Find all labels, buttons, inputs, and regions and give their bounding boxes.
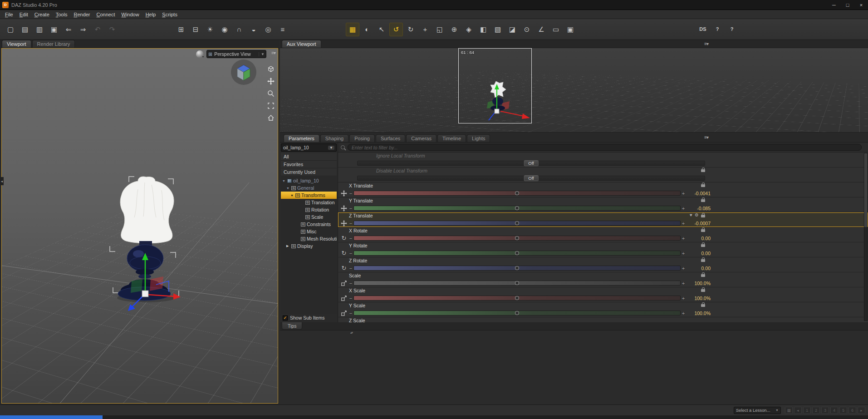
parameter-slider[interactable] [353, 311, 681, 315]
lock-icon[interactable] [701, 289, 705, 292]
export-button[interactable]: ⇒ [76, 23, 90, 36]
pane-menu-icon[interactable]: ≡▾ [704, 135, 708, 140]
aux-viewport-3d[interactable]: 61 : 64 [280, 48, 868, 133]
aim-at-tool[interactable]: ⊙ [520, 23, 534, 36]
decrement-button[interactable]: − [348, 221, 353, 226]
filter-list-item[interactable]: Favorites [281, 161, 337, 168]
tree-item[interactable]: Mesh Resolution [281, 235, 337, 242]
increment-button[interactable]: + [681, 236, 686, 241]
tab-parameters[interactable]: Parameters [284, 134, 319, 142]
parameter-value[interactable]: -0.085 [686, 206, 711, 211]
increment-button[interactable]: + [681, 296, 686, 301]
lesson-grid-button[interactable]: ▦ [785, 407, 793, 414]
parameter-value[interactable]: 0.00 [686, 251, 711, 256]
increment-button[interactable]: + [681, 281, 686, 286]
surface-selection-tool[interactable]: ◈ [462, 23, 476, 36]
draw-style-sphere-icon[interactable]: ▾ [196, 50, 204, 58]
menu-item[interactable]: Help [142, 11, 159, 18]
tab-viewport[interactable]: Viewport [2, 40, 31, 48]
parameter-slider[interactable] [353, 296, 681, 301]
polygon-group-tool[interactable]: ▧ [491, 23, 505, 36]
view-navigation-cube[interactable] [231, 59, 256, 85]
parameter-value[interactable]: 100.0% [686, 296, 711, 301]
slider-handle[interactable] [515, 221, 519, 225]
decrement-button[interactable]: − [348, 281, 353, 286]
rotate-tool[interactable]: ↻ [404, 23, 417, 36]
tree-item[interactable]: Rotation [281, 206, 337, 213]
viewport-grid-tool[interactable]: ▦ [346, 23, 359, 36]
parameter-slider[interactable] [353, 221, 681, 226]
spot-render-tool[interactable]: ◪ [505, 23, 519, 36]
lock-icon[interactable] [701, 169, 705, 172]
lock-icon[interactable] [701, 259, 705, 262]
show-sub-items-checkbox[interactable]: ✓ [283, 315, 288, 320]
menu-item[interactable]: Edit [16, 11, 31, 18]
import-button[interactable]: ⇐ [62, 23, 75, 36]
decrement-button[interactable]: − [348, 311, 353, 316]
lesson-page-button[interactable]: 1 [803, 407, 811, 414]
scrollbar-thumb[interactable] [864, 153, 867, 227]
parameter-value[interactable]: 100.0% [686, 311, 711, 316]
minimize-button[interactable]: ─ [827, 0, 841, 10]
lesson-page-button[interactable]: 2 [812, 407, 820, 414]
lesson-selector-dropdown[interactable]: Select a Lesson... ▼ [734, 407, 781, 414]
tab-aux-viewport[interactable]: Aux Viewport [282, 40, 321, 48]
create-node-button[interactable]: ⊞ [174, 23, 188, 36]
toggle-off-button[interactable]: Off [524, 175, 539, 181]
splitter-handle[interactable]: ▴▾ [350, 331, 353, 335]
parameter-slider[interactable] [353, 236, 681, 241]
create-null-button[interactable]: ◎ [261, 23, 275, 36]
parameter-slider[interactable] [353, 251, 681, 256]
parameters-scrollbar[interactable] [864, 153, 868, 321]
lock-icon[interactable] [701, 304, 705, 307]
increment-button[interactable]: + [681, 191, 686, 196]
lesson-page-button[interactable]: 3 [821, 407, 829, 414]
lesson-prev-button[interactable]: ◂ [794, 407, 802, 414]
tree-item[interactable]: Misc [281, 228, 337, 235]
new-file-button[interactable]: ▢ [4, 23, 17, 36]
expand-arrow-icon[interactable]: ▼ [290, 194, 294, 197]
node-selection-tool[interactable]: ↖ [375, 23, 388, 36]
home-icon[interactable] [266, 113, 276, 123]
menu-item[interactable]: Create [31, 11, 53, 18]
measure-tool[interactable]: ∠ [535, 23, 548, 36]
create-dform-button[interactable]: ◒ [247, 23, 260, 36]
lock-icon[interactable] [701, 229, 705, 232]
lesson-page-button[interactable]: 4 [830, 407, 838, 414]
parameter-slider[interactable] [353, 206, 681, 211]
tree-item[interactable]: Translation [281, 199, 337, 206]
increment-button[interactable]: + [681, 266, 686, 271]
render-tool[interactable]: ▣ [564, 23, 577, 36]
create-camera-button[interactable]: ◉ [218, 23, 231, 36]
tree-item[interactable]: Constraints [281, 221, 337, 228]
tab-surfaces[interactable]: Surfaces [376, 134, 405, 142]
decrement-button[interactable]: − [348, 266, 353, 271]
slider-handle[interactable] [515, 251, 519, 255]
increment-button[interactable]: + [681, 221, 686, 226]
increment-button[interactable]: + [681, 251, 686, 256]
parameter-value[interactable]: 100.0% [686, 281, 711, 286]
expand-arrow-icon[interactable]: ▼ [282, 179, 286, 182]
lock-icon[interactable] [701, 274, 705, 277]
slider-handle[interactable] [515, 296, 519, 300]
menu-item[interactable]: Tools [53, 11, 71, 18]
slider-handle[interactable] [515, 281, 519, 285]
pane-collapse-arrow[interactable]: ◂ [0, 177, 4, 185]
menu-item[interactable]: Window [118, 11, 142, 18]
tab-cameras[interactable]: Cameras [406, 134, 436, 142]
frame-icon[interactable] [266, 101, 276, 111]
menu-item[interactable]: Scripts [159, 11, 181, 18]
expand-arrow-icon[interactable]: ▼ [286, 187, 290, 190]
create-instance-button[interactable]: ⊟ [189, 23, 202, 36]
parameter-slider[interactable] [353, 191, 681, 196]
parameter-value[interactable]: -0.0007 [686, 221, 711, 226]
camera-view-selector[interactable]: ⊞ Perspective View ▼ [206, 50, 266, 58]
universal-tool[interactable]: ⊕ [447, 23, 461, 36]
expand-arrow-icon[interactable]: ▶ [286, 244, 290, 248]
slider-handle[interactable] [515, 206, 519, 210]
decrement-button[interactable]: − [348, 191, 353, 196]
slider-handle[interactable] [515, 266, 519, 270]
menu-item[interactable]: Render [70, 11, 93, 18]
decrement-button[interactable]: − [348, 236, 353, 241]
lock-icon[interactable] [701, 199, 705, 202]
